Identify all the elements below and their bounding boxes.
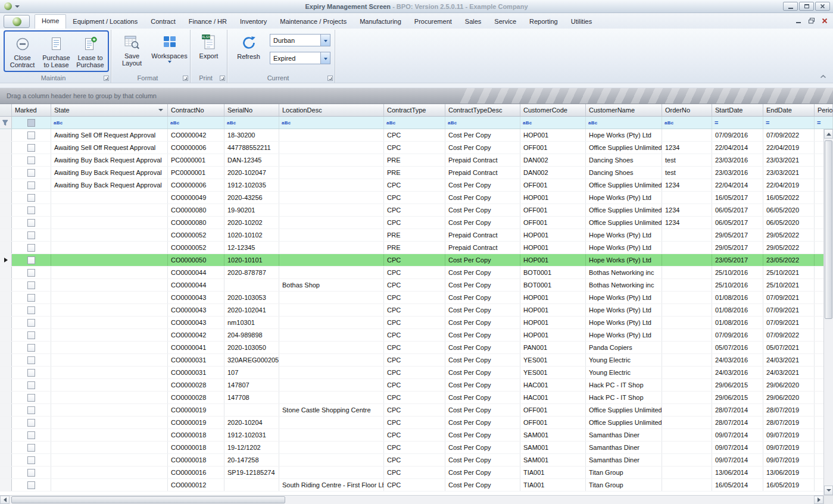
cell-start_date[interactable]: 06/05/2017 (712, 217, 763, 228)
cell-serial_no[interactable]: 204-989898 (224, 329, 279, 341)
cell-customer_name[interactable]: Panda Copiers (586, 342, 662, 353)
row-checkbox[interactable] (27, 144, 35, 152)
row-checkbox[interactable] (27, 269, 35, 277)
cell-contract_no[interactable]: CO0000043 (168, 304, 224, 316)
cell-state[interactable]: Awaiting Sell Off Request Approval (51, 142, 168, 154)
cell-contract_type_desc[interactable]: Prepaid Contract (445, 167, 520, 179)
cell-location_desc[interactable] (279, 467, 384, 478)
cell-contract_type_desc[interactable]: Cost Per Copy (445, 279, 520, 291)
cell-location_desc[interactable] (279, 379, 384, 391)
row-checkbox[interactable] (27, 281, 35, 289)
cell-serial_no[interactable]: 19-90201 (224, 204, 279, 216)
cell-end_date[interactable]: 16/05/2019 (763, 479, 815, 491)
tab-manufacturing[interactable]: Manufacturing (353, 15, 408, 29)
cell-marked[interactable] (12, 329, 51, 341)
column-header-contract_type[interactable]: ContractType (384, 104, 445, 116)
cell-contract_type[interactable]: CPC (384, 217, 445, 228)
cell-end_date[interactable]: 07/09/2022 (763, 129, 815, 141)
filter-cell-state[interactable]: aBc (51, 117, 168, 129)
cell-end_date[interactable]: 23/03/2021 (763, 154, 815, 166)
filter-type-icon-serial_no[interactable]: aBc (227, 120, 236, 126)
filter-cell-location_desc[interactable]: aBc (279, 117, 384, 129)
table-row[interactable]: CO0000042204-989898CPCCost Per CopyHOP00… (0, 329, 833, 342)
cell-contract_no[interactable]: CO0000006 (168, 142, 224, 154)
cell-contract_no[interactable]: CO0000028 (168, 379, 224, 391)
cell-marked[interactable] (12, 379, 51, 391)
cell-customer_code[interactable]: OFF001 (520, 417, 586, 428)
cell-location_desc[interactable] (279, 179, 384, 191)
cell-contract_no[interactable]: CO0000031 (168, 367, 224, 378)
cell-state[interactable] (51, 329, 168, 341)
filter-type-icon-contract_type_desc[interactable]: aBc (448, 120, 457, 126)
mdi-close-button[interactable] (819, 16, 830, 25)
filter-type-icon-order_no[interactable]: aBc (664, 120, 674, 126)
cell-customer_name[interactable]: Hack PC - IT Shop (586, 379, 662, 391)
cell-location_desc[interactable] (279, 342, 384, 353)
scroll-left-button[interactable] (0, 496, 10, 504)
cell-contract_type_desc[interactable]: Cost Per Copy (445, 129, 520, 141)
cell-contract_type_desc[interactable]: Prepaid Contract (445, 242, 520, 253)
cell-contract_type[interactable]: CPC (384, 454, 445, 466)
tab-procurement[interactable]: Procurement (408, 15, 458, 29)
filter-type-icon-customer_code[interactable]: aBc (523, 120, 532, 126)
cell-state[interactable] (51, 442, 168, 453)
cell-start_date[interactable]: 28/07/2014 (712, 404, 763, 416)
filter-type-icon-contract_type[interactable]: aBc (386, 120, 396, 126)
cell-contract_type[interactable]: CPC (384, 254, 445, 266)
cell-contract_no[interactable]: CO0000049 (168, 192, 224, 204)
cell-order_no[interactable] (662, 292, 712, 303)
cell-location_desc[interactable] (279, 154, 384, 166)
cell-location_desc[interactable] (279, 129, 384, 141)
cell-contract_type[interactable]: CPC (384, 142, 445, 154)
row-checkbox[interactable] (27, 206, 35, 214)
cell-contract_no[interactable]: CO0000044 (168, 279, 224, 291)
cell-serial_no[interactable]: 2020-878787 (224, 267, 279, 278)
column-header-end_date[interactable]: EndDate (763, 104, 815, 116)
cell-state[interactable] (51, 454, 168, 466)
cell-contract_no[interactable]: CO0000028 (168, 392, 224, 403)
filter-type-icon-start_date[interactable]: = (715, 119, 718, 126)
filter-cell-marked[interactable] (12, 117, 51, 129)
tab-home[interactable]: Home (35, 14, 66, 29)
minimize-button[interactable] (783, 2, 798, 11)
cell-contract_type_desc[interactable]: Cost Per Copy (445, 392, 520, 403)
cell-start_date[interactable]: 09/07/2014 (712, 429, 763, 441)
cell-state[interactable] (51, 367, 168, 378)
cell-start_date[interactable]: 06/05/2017 (712, 204, 763, 216)
cell-start_date[interactable]: 05/07/2016 (712, 342, 763, 353)
cell-serial_no[interactable]: 2020-103053 (224, 292, 279, 303)
cell-contract_type_desc[interactable]: Cost Per Copy (445, 379, 520, 391)
scroll-up-button[interactable] (824, 129, 833, 139)
column-header-order_no[interactable]: OrderNo (662, 104, 712, 116)
column-header-marked[interactable]: Marked (12, 104, 51, 116)
cell-marked[interactable] (12, 304, 51, 316)
table-row[interactable]: CO0000028147807CPCCost Per CopyHAC001Hac… (0, 379, 833, 392)
row-checkbox[interactable] (27, 219, 35, 227)
cell-contract_type[interactable]: CPC (384, 292, 445, 303)
filter-type-icon-location_desc[interactable]: aBc (282, 120, 291, 126)
row-checkbox[interactable] (27, 444, 35, 452)
table-row[interactable]: CO0000019Stone Castle Shopping CentreCPC… (0, 404, 833, 417)
cell-marked[interactable] (12, 317, 51, 328)
cell-contract_type_desc[interactable]: Cost Per Copy (445, 267, 520, 278)
cell-end_date[interactable]: 24/03/2021 (763, 367, 815, 378)
cell-serial_no[interactable]: 2020-102041 (224, 304, 279, 316)
row-checkbox[interactable] (27, 431, 35, 439)
cell-contract_type_desc[interactable]: Cost Per Copy (445, 354, 520, 366)
cell-order_no[interactable] (662, 479, 712, 491)
cell-order_no[interactable] (662, 367, 712, 378)
cell-location_desc[interactable] (279, 142, 384, 154)
cell-customer_code[interactable]: OFF001 (520, 404, 586, 416)
cell-state[interactable] (51, 204, 168, 216)
cell-contract_type_desc[interactable]: Cost Per Copy (445, 204, 520, 216)
table-row[interactable]: CO00000412020-103050CPCCost Per CopyPAN0… (0, 342, 833, 354)
cell-order_no[interactable]: 1234 (662, 204, 712, 216)
cell-customer_code[interactable]: SAM001 (520, 454, 586, 466)
cell-serial_no[interactable] (224, 479, 279, 491)
cell-contract_no[interactable]: CO0000041 (168, 342, 224, 353)
status-combobox[interactable]: Expired (270, 52, 330, 64)
cell-customer_code[interactable]: BOT0001 (520, 267, 586, 278)
cell-end_date[interactable]: 29/05/2022 (763, 242, 815, 253)
cell-serial_no[interactable]: DAN-12345 (224, 154, 279, 166)
cell-serial_no[interactable]: 447788552211 (224, 142, 279, 154)
